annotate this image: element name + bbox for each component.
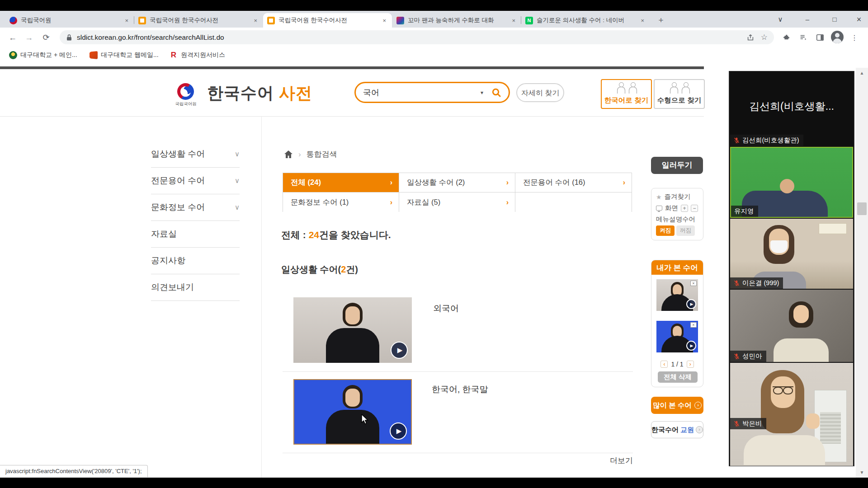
extensions-icon[interactable] (780, 31, 793, 44)
participant-tile-active-speaker[interactable]: 유지영 (730, 147, 853, 218)
sidebar-item-terminology-sign[interactable]: 전문용어 수어∨ (151, 168, 240, 194)
side-panel-icon[interactable] (814, 31, 826, 44)
scroll-down-icon[interactable]: ▼ (856, 470, 868, 475)
prev-page-icon[interactable]: ‹ (660, 361, 668, 368)
sidebar-item-feedback[interactable]: 의견보내기 (151, 274, 240, 301)
url-field[interactable]: sldict.korean.go.kr/front/search/searchA… (60, 30, 774, 44)
more-link[interactable]: 더보기 (561, 455, 633, 466)
breadcrumb-label: 통합검색 (307, 149, 337, 160)
window-maximize-button[interactable]: □ (826, 14, 844, 25)
top-letterbox-bar (0, 0, 868, 11)
window-minimize-button[interactable]: – (798, 14, 816, 25)
result-video-thumbnail-highlighted[interactable]: ▶ (293, 379, 412, 445)
tab-close-icon[interactable]: × (123, 16, 130, 25)
participant-tile-camera-off[interactable]: 김선희(비호생활... 김선희(비호생활관) (730, 71, 853, 146)
browser-tab-1[interactable]: 국립국어원 × (5, 13, 134, 28)
result-tab-all[interactable]: 전체 (24)› (283, 173, 399, 192)
guide-button[interactable]: 일러두기 (651, 157, 703, 174)
favicon-jtbc-icon (396, 17, 404, 24)
play-icon[interactable]: ▶ (686, 341, 696, 351)
search-box[interactable]: 국어 ▾ (354, 82, 510, 103)
menu-sign-toggle: 켜짐꺼짐 (656, 225, 699, 236)
result-tab-terminology[interactable]: 전문용어 수어 (16)› (515, 173, 632, 192)
sidebar-item-archive[interactable]: 자료실 (151, 221, 240, 248)
tab-close-icon[interactable]: × (510, 16, 517, 25)
remove-icon[interactable]: × (690, 281, 697, 286)
favicon-naver-icon: N (525, 17, 533, 24)
site-logo-icon[interactable] (177, 83, 194, 100)
find-by-handshape-button[interactable]: 수형으로 찾기 (654, 79, 705, 109)
sign-teacher-button[interactable]: 한국수어교원 › (651, 421, 703, 438)
result-title[interactable]: 외국어 (433, 303, 459, 314)
zoom-out-button[interactable]: − (691, 205, 698, 212)
status-bar: javascript:fnSearchContentsView('20809',… (0, 465, 148, 477)
result-title[interactable]: 한국어, 한국말 (432, 384, 488, 395)
participant-tile[interactable]: 성민아 (730, 290, 853, 362)
tab-title: 국립국어원 (21, 16, 123, 24)
window-close-button[interactable]: × (850, 14, 868, 25)
sidebar-item-culture-sign[interactable]: 문화정보 수어∨ (151, 194, 240, 221)
browser-menu-icon[interactable]: ⋮ (848, 31, 861, 44)
site-title[interactable]: 한국수어 사전 (207, 82, 312, 104)
participant-tile[interactable]: 박은비 (730, 363, 853, 466)
tab-close-icon[interactable]: × (639, 16, 646, 25)
signer-silhouette (326, 385, 380, 444)
profile-avatar[interactable] (831, 31, 844, 43)
bookmark-daegu-univ[interactable]: 대구대학교 + 메인... (9, 49, 77, 61)
page-scrollbar[interactable]: ▲ ▼ (856, 68, 868, 478)
tab-title: 국립국어원 한국수어사전 (150, 16, 252, 24)
next-page-icon[interactable]: › (687, 361, 694, 368)
list-bottom-divider (283, 453, 633, 453)
tab-close-icon[interactable]: × (381, 16, 388, 25)
popular-signs-button[interactable]: 많이 본 수어 › (651, 397, 703, 414)
tab-title: 국립국어원 한국수어사전 (278, 16, 381, 24)
find-by-korean-button[interactable]: 한국어로 찾기 (601, 79, 652, 109)
participant-video-person (744, 370, 825, 465)
viewed-sign-thumbnail[interactable]: × ▶ (656, 279, 698, 311)
tab-close-icon[interactable]: × (252, 16, 259, 25)
reload-icon[interactable]: ⟳ (40, 31, 52, 44)
search-input[interactable]: 국어 (363, 87, 481, 98)
tab-search-icon[interactable]: ∨ (771, 14, 789, 25)
toggle-on-button[interactable]: 켜짐 (656, 225, 675, 236)
zoom-in-button[interactable]: + (681, 205, 688, 212)
detail-search-button[interactable]: 자세히 찾기 (516, 83, 564, 102)
result-tab-archive[interactable]: 자료실 (5)› (399, 192, 515, 212)
new-tab-button[interactable]: + (655, 14, 667, 27)
sidebar-item-daily-sign[interactable]: 일상생활 수어∨ (151, 141, 240, 168)
play-icon[interactable]: ▶ (391, 342, 408, 359)
scroll-up-icon[interactable]: ▲ (856, 70, 868, 75)
site-logo-caption: 국립국어원 (173, 101, 198, 107)
share-icon[interactable] (746, 33, 755, 42)
home-icon[interactable] (284, 150, 293, 159)
favorites-row[interactable]: ★즐겨찾기 (656, 192, 699, 201)
remove-icon[interactable]: × (690, 322, 697, 328)
bookmark-remote-support[interactable]: R 원격지원서비스 (170, 49, 225, 61)
result-tab-daily[interactable]: 일상생활 수어 (2)› (399, 173, 515, 192)
page-indicator: 1 / 1 (671, 361, 683, 368)
reading-list-icon[interactable] (797, 31, 810, 44)
bookmark-daegu-webmail[interactable]: 대구대학교 웹메일... (90, 49, 159, 61)
browser-tab-5[interactable]: N 슬기로운 의사생활 수어 : 네이버 × (521, 13, 650, 28)
delete-all-button[interactable]: 전체 삭제 (658, 371, 698, 383)
forward-icon[interactable]: → (23, 31, 35, 44)
toggle-off-button[interactable]: 꺼짐 (676, 225, 695, 236)
result-tab-culture[interactable]: 문화정보 수어 (1)› (283, 192, 399, 212)
browser-tab-2[interactable]: 국립국어원 한국수어사전 × (134, 13, 263, 28)
browser-tab-4[interactable]: 꼬마 팬과 능숙하게 수화로 대화 × (392, 13, 521, 28)
search-icon[interactable] (491, 88, 501, 98)
result-video-thumbnail[interactable]: ▶ (293, 297, 412, 363)
play-icon[interactable]: ▶ (686, 299, 696, 309)
browser-tab-3-active[interactable]: 국립국어원 한국수어사전 × (263, 13, 392, 28)
participant-tile[interactable]: 이은결 (999) (730, 219, 853, 289)
search-dropdown-icon[interactable]: ▾ (481, 89, 483, 96)
chevron-down-icon: ∨ (235, 203, 240, 211)
screen: 국립국어원 × 국립국어원 한국수어사전 × 국립국어원 한국수어사전 × 꼬마… (0, 0, 868, 488)
mic-muted-icon (733, 137, 740, 144)
scrollbar-thumb[interactable] (857, 202, 867, 215)
play-icon[interactable]: ▶ (390, 422, 407, 440)
back-icon[interactable]: ← (6, 31, 19, 44)
sidebar-item-notice[interactable]: 공지사항 (151, 248, 240, 274)
bookmark-star-icon[interactable]: ☆ (761, 33, 768, 42)
viewed-sign-thumbnail[interactable]: × ▶ (656, 321, 698, 352)
